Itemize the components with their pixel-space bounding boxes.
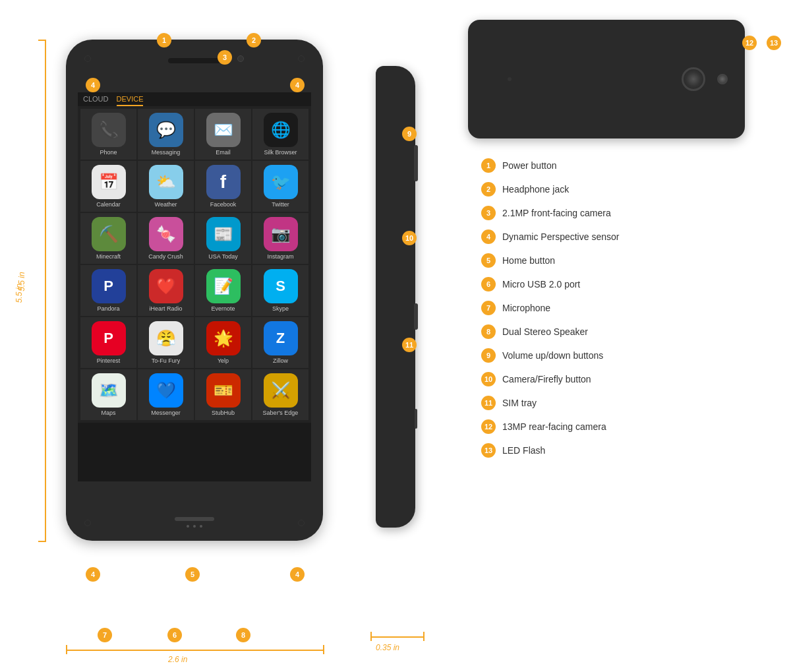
app-item: PPinterest [80, 317, 136, 368]
label-text-2: Headphone jack [502, 184, 569, 195]
app-name: Candy Crush [148, 253, 183, 260]
app-name: Email [216, 149, 231, 156]
depth-label: 0.35 in [376, 643, 399, 652]
label-text-1: Power button [502, 160, 557, 171]
app-name: Maps [101, 410, 115, 416]
app-icon: ✉️ [206, 113, 241, 147]
camera-firefly-side [414, 303, 418, 330]
app-icon: 💬 [149, 113, 183, 147]
app-item: ZZillow [252, 317, 308, 368]
badge-13: 13 [767, 36, 781, 50]
height-line [45, 40, 46, 541]
app-name: Pandora [97, 305, 119, 312]
app-item: 📅Calendar [80, 161, 136, 212]
height-dim-label: 5.5 in [15, 284, 24, 303]
label-item-12: 1213MP rear-facing camera [481, 419, 619, 434]
app-item: 🍬Candy Crush [138, 213, 194, 264]
app-icon: f [206, 165, 241, 199]
app-icon: 📝 [206, 269, 241, 303]
label-item-3: 32.1MP front-facing camera [481, 206, 619, 220]
label-badge-9: 9 [481, 348, 496, 363]
app-icon: ⛏️ [92, 217, 126, 251]
home-button [175, 517, 214, 521]
labels-list: 1Power button2Headphone jack32.1MP front… [481, 158, 619, 467]
app-icon: ⚔️ [264, 373, 298, 408]
app-name: Facebook [210, 201, 237, 208]
app-item: ⛅Weather [138, 161, 194, 212]
front-camera [237, 55, 244, 62]
label-badge-4: 4 [481, 229, 496, 244]
app-name: Yelp [218, 357, 229, 364]
app-item: 🌟Yelp [195, 317, 251, 368]
app-icon: Z [264, 321, 298, 355]
label-item-11: 11SIM tray [481, 396, 619, 410]
tab-device: DEVICE [117, 95, 144, 106]
app-icon: 💙 [149, 373, 183, 408]
label-badge-10: 10 [481, 372, 496, 386]
rear-camera-lens [682, 67, 705, 91]
app-icon: 📅 [92, 165, 126, 199]
badge-12: 12 [742, 36, 757, 50]
app-name: Evernote [211, 305, 235, 312]
app-name: Pinterest [97, 357, 121, 364]
app-icon: ❤️ [149, 269, 183, 303]
app-item: 💬Messaging [138, 109, 194, 160]
width-label: 2.6 in [168, 655, 187, 664]
width-line-right [323, 645, 324, 654]
badge-10: 10 [402, 231, 417, 245]
label-item-9: 9Volume up/down buttons [481, 348, 619, 363]
app-item: ✉️Email [195, 109, 251, 160]
label-item-1: 1Power button [481, 158, 619, 173]
app-name: Instagram [267, 253, 293, 260]
height-line-bottom [38, 541, 46, 542]
app-item: 💙Messenger [138, 369, 194, 420]
badge-7: 7 [98, 628, 112, 642]
volume-buttons-side [414, 145, 418, 181]
app-name: Minecraft [96, 253, 121, 260]
sim-tray-side [415, 409, 417, 429]
app-icon: P [92, 321, 126, 355]
phone-back-body [468, 20, 745, 138]
sensor-bottom-right [298, 520, 305, 526]
app-icon: 🍬 [149, 217, 183, 251]
badge-4-tr: 4 [290, 78, 305, 92]
app-name: Saber's Edge [263, 410, 299, 416]
app-item: 🗺️Maps [80, 369, 136, 420]
label-badge-6: 6 [481, 277, 496, 291]
label-item-4: 4Dynamic Perspective sensor [481, 229, 619, 244]
app-name: To-Fu Fury [152, 357, 181, 364]
app-item: 📝Evernote [195, 265, 251, 316]
label-badge-7: 7 [481, 301, 496, 315]
badge-4-bl: 4 [86, 567, 100, 582]
app-icon: 📰 [206, 217, 241, 251]
app-item: 📰USA Today [195, 213, 251, 264]
label-badge-5: 5 [481, 253, 496, 268]
app-icon: P [92, 269, 126, 303]
phone-screen: CLOUD DEVICE 📞Phone💬Messaging✉️Email🌐Sil… [78, 92, 311, 481]
app-icon: 📷 [264, 217, 298, 251]
app-icon: 🌐 [264, 113, 298, 147]
back-mic [508, 77, 512, 81]
depth-line-right [423, 632, 425, 641]
tab-cloud: CLOUD [83, 95, 109, 106]
app-icon: S [264, 269, 298, 303]
app-name: Zillow [273, 357, 288, 364]
depth-line [370, 636, 423, 638]
app-icon: 🎫 [206, 373, 241, 408]
label-item-13: 13LED Flash [481, 443, 619, 458]
label-item-5: 5Home button [481, 253, 619, 268]
app-item: ⛏️Minecraft [80, 213, 136, 264]
app-item: SSkype [252, 265, 308, 316]
height-line-top [38, 40, 46, 41]
app-item: ⚔️Saber's Edge [252, 369, 308, 420]
app-item: 📷Instagram [252, 213, 308, 264]
label-item-7: 7Microphone [481, 301, 619, 315]
label-text-6: Micro USB 2.0 port [502, 279, 580, 290]
app-name: Calendar [96, 201, 121, 208]
phone-front-body: CLOUD DEVICE 📞Phone💬Messaging✉️Email🌐Sil… [66, 40, 323, 541]
app-icon: 🐦 [264, 165, 298, 199]
label-item-8: 8Dual Stereo Speaker [481, 324, 619, 339]
app-icon: 🗺️ [92, 373, 126, 408]
app-name: Phone [100, 149, 117, 156]
label-item-6: 6Micro USB 2.0 port [481, 277, 619, 291]
